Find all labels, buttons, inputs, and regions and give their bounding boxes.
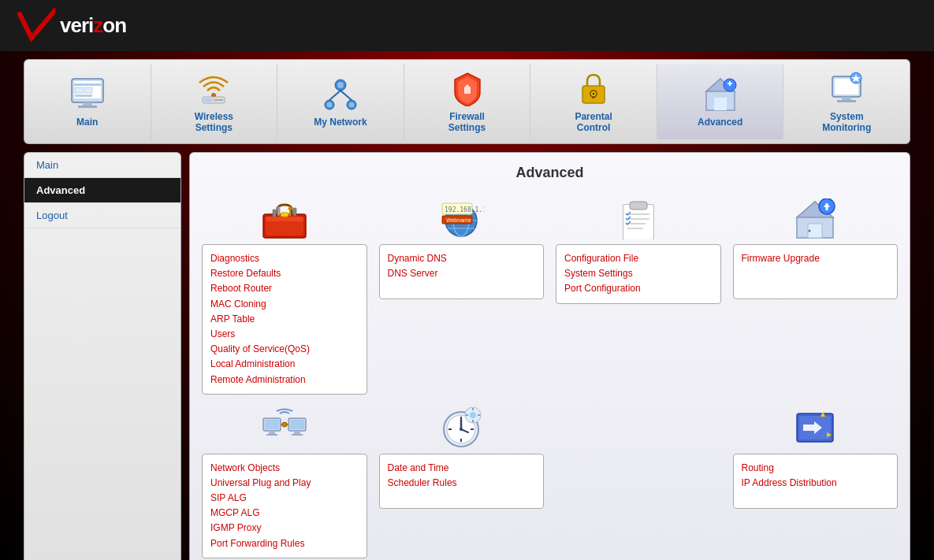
svg-point-17 (337, 82, 344, 88)
svg-rect-6 (83, 102, 92, 106)
sip-alg-link[interactable]: SIP ALG (210, 491, 359, 506)
svg-rect-4 (84, 87, 92, 93)
diagnostics-box: Diagnostics Restore Defaults Reboot Rout… (202, 244, 367, 395)
config-grid-cell: Configuration File System Settings Port … (556, 197, 721, 395)
port-configuration-link[interactable]: Port Configuration (564, 281, 713, 296)
diagnostics-link[interactable]: Diagnostics (210, 251, 359, 266)
house-upload-icon (791, 197, 839, 240)
svg-rect-28 (729, 81, 731, 86)
qos-link[interactable]: Quality of Service(QoS) (210, 342, 359, 357)
svg-point-19 (348, 102, 354, 108)
system-settings-link[interactable]: System Settings (564, 266, 713, 281)
mac-cloning-link[interactable]: MAC Cloning (210, 297, 359, 312)
wireless-nav-icon (195, 70, 233, 108)
reboot-router-link[interactable]: Reboot Router (210, 281, 359, 296)
scheduler-rules-link[interactable]: Scheduler Rules (388, 476, 536, 491)
toolbox-icon (261, 197, 308, 240)
nav-item-firewall[interactable]: FirewallSettings (404, 64, 531, 139)
restore-defaults-link[interactable]: Restore Defaults (210, 266, 359, 281)
firmware-box: Firmware Upgrade (733, 244, 899, 299)
remote-admin-link[interactable]: Remote Administration (210, 373, 359, 388)
main-panel: Advanced (189, 152, 910, 560)
port-forwarding-link[interactable]: Port Forwarding Rules (210, 536, 359, 551)
svg-rect-52 (623, 205, 653, 239)
nav-item-parental[interactable]: ParentalControl (530, 64, 657, 139)
nav-item-monitoring[interactable]: SystemMonitoring (783, 64, 910, 139)
svg-point-18 (326, 102, 332, 108)
svg-rect-63 (265, 420, 279, 429)
dns-grid-cell: 192.168.1.1 Webname Dynamic DNS DNS Serv… (379, 197, 545, 395)
network-objects-box: Network Objects Universal Plug and Play … (202, 454, 367, 558)
svg-rect-25 (714, 98, 727, 110)
svg-point-59 (809, 229, 811, 232)
parental-nav-icon (575, 70, 612, 108)
svg-rect-10 (204, 98, 212, 102)
network-objects-link[interactable]: Network Objects (210, 461, 359, 476)
advanced-nav-icon (701, 76, 739, 113)
nav-item-mynetwork[interactable]: My Network (277, 64, 404, 139)
sidebar: Main Advanced Logout (24, 152, 181, 560)
nav-label-monitoring: SystemMonitoring (822, 111, 871, 133)
firmware-upgrade-link[interactable]: Firmware Upgrade (742, 251, 890, 266)
igmp-proxy-link[interactable]: IGMP Proxy (210, 521, 359, 536)
svg-rect-2 (74, 83, 101, 86)
upnp-link[interactable]: Universal Plug and Play (210, 476, 359, 491)
dns-box: Dynamic DNS DNS Server (379, 244, 545, 299)
svg-rect-65 (266, 434, 277, 436)
firmware-grid-cell: Firmware Upgrade (733, 197, 899, 395)
svg-rect-32 (837, 100, 856, 102)
date-time-link[interactable]: Date and Time (388, 461, 536, 476)
svg-rect-31 (842, 97, 851, 100)
svg-rect-3 (75, 87, 83, 93)
webname-icon: 192.168.1.1 Webname (437, 197, 485, 240)
arp-table-link[interactable]: ARP Table (210, 312, 359, 327)
clipboard-icon (615, 197, 662, 240)
svg-rect-11 (214, 99, 223, 101)
nav-label-firewall: FirewallSettings (448, 111, 486, 133)
network-icon (261, 406, 308, 450)
nav-item-main[interactable]: Main (24, 64, 151, 139)
config-box: Configuration File System Settings Port … (556, 244, 721, 304)
routing-box: Routing IP Address Distribution (733, 454, 899, 509)
svg-rect-53 (630, 202, 647, 210)
monitoring-nav-icon (828, 70, 865, 108)
svg-rect-7 (78, 106, 97, 108)
routing-icon (791, 406, 839, 450)
svg-line-16 (340, 91, 352, 100)
svg-rect-39 (273, 210, 276, 217)
ip-address-distribution-link[interactable]: IP Address Distribution (742, 476, 890, 491)
panel-title: Advanced (202, 165, 898, 181)
svg-line-15 (329, 91, 340, 100)
clock-icon (437, 406, 485, 450)
header: verizon (0, 0, 934, 51)
mynetwork-nav-icon (322, 76, 359, 113)
svg-rect-64 (269, 431, 275, 434)
users-link[interactable]: Users (210, 327, 359, 342)
nav-item-wireless[interactable]: WirelessSettings (151, 64, 278, 139)
firewall-nav-icon (448, 70, 486, 108)
svg-rect-68 (294, 431, 300, 434)
main-nav-icon (69, 76, 106, 113)
dynamic-dns-link[interactable]: Dynamic DNS (388, 251, 536, 266)
sidebar-item-advanced[interactable]: Advanced (24, 178, 180, 203)
dns-server-link[interactable]: DNS Server (388, 266, 536, 281)
svg-text:192.168.1.1: 192.168.1.1 (445, 206, 484, 213)
routing-link[interactable]: Routing (742, 461, 890, 476)
nav-label-wireless: WirelessSettings (195, 111, 233, 133)
svg-rect-41 (293, 208, 296, 216)
nav-label-mynetwork: My Network (314, 117, 367, 128)
svg-point-24 (593, 93, 595, 95)
svg-rect-38 (281, 213, 288, 217)
sidebar-item-logout[interactable]: Logout (24, 203, 180, 228)
verizon-logo: verizon (16, 6, 126, 46)
svg-text:Webname: Webname (446, 217, 471, 223)
sidebar-item-main[interactable]: Main (24, 153, 180, 178)
diagnostics-grid-cell: Diagnostics Restore Defaults Reboot Rout… (202, 197, 367, 395)
nav-item-advanced[interactable]: Advanced (657, 64, 784, 139)
local-admin-link[interactable]: Local Administration (210, 357, 359, 372)
svg-rect-69 (292, 434, 303, 436)
mgcp-alg-link[interactable]: MGCP ALG (210, 506, 359, 521)
nav-label-advanced: Advanced (698, 117, 742, 128)
configuration-file-link[interactable]: Configuration File (564, 251, 713, 266)
svg-point-70 (282, 422, 287, 427)
